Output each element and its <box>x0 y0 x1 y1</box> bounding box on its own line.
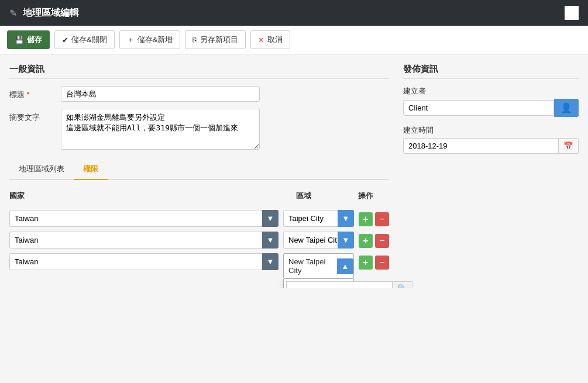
summary-label: 摘要文字 <box>9 109 56 123</box>
tab-geo-list[interactable]: 地理區域列表 <box>9 159 74 180</box>
save-label: 儲存 <box>27 34 42 45</box>
region-select-wrapper-2: New Taipei City ▼ <box>283 232 354 249</box>
save-close-label: 儲存&關閉 <box>71 34 107 45</box>
dropdown-search-bar: 🔍 <box>284 279 353 288</box>
save-new-button[interactable]: ＋ 儲存&新增 <box>119 30 181 49</box>
date-input[interactable] <box>403 138 559 154</box>
tabs-container: 地理區域列表 權限 國家 區域 操作 Taiwan ▼ <box>9 159 389 279</box>
general-info-title: 一般資訊 <box>9 64 389 79</box>
author-search-btn[interactable]: 👤 <box>554 99 579 117</box>
author-label: 建立者 <box>403 86 579 96</box>
tabs: 地理區域列表 權限 <box>9 159 389 180</box>
date-input-wrapper: 📅 <box>403 138 579 154</box>
remove-row-btn-3[interactable]: − <box>375 256 389 270</box>
remove-row-btn-1[interactable]: − <box>375 212 389 226</box>
author-input[interactable] <box>403 100 554 116</box>
title-input[interactable] <box>61 86 260 102</box>
save-copy-label: 另存新項目 <box>200 34 238 45</box>
edit-icon: ✎ <box>9 8 17 19</box>
calendar-btn[interactable]: 📅 <box>559 138 579 154</box>
toolbar: 💾 儲存 ✔ 儲存&關閉 ＋ 儲存&新增 ⎘ 另存新項目 ✕ 取消 <box>0 26 588 54</box>
remove-row-btn-2[interactable]: − <box>375 234 389 248</box>
header-region: 區域 <box>296 191 342 201</box>
table-row: Taiwan ▼ Taipei City ▼ + − <box>9 210 389 227</box>
copy-icon: ⎘ <box>192 36 197 44</box>
publish-info-title: 發佈資訊 <box>403 64 579 79</box>
region-select-1[interactable]: Taipei City <box>283 210 354 227</box>
content-area: 一般資訊 標題 摘要文字 如果澎湖金馬離島要另外設定 這邊區域就不能用All，要… <box>0 54 588 288</box>
check-icon: ✔ <box>62 36 68 44</box>
plus-icon: ＋ <box>127 34 135 45</box>
save-new-label: 儲存&新增 <box>137 34 173 45</box>
cancel-icon: ✕ <box>258 36 264 44</box>
summary-row: 摘要文字 如果澎湖金馬離島要另外設定 這邊區域就不能用All，要319縣市一個一… <box>9 109 389 150</box>
region-dropdown-container-3: New Taipei City ▲ 🔍 All Taipei City <box>283 253 354 279</box>
region-up-arrow: ▲ <box>337 258 353 274</box>
summary-input[interactable]: 如果澎湖金馬離島要另外設定 這邊區域就不能用All，要319縣市一個一個加進來 <box>61 109 260 150</box>
action-btns-3: + − <box>359 256 389 270</box>
region-select-wrapper-1: Taipei City ▼ <box>283 210 354 227</box>
table-header: 國家 區域 操作 <box>9 187 389 205</box>
tab-permissions[interactable]: 權限 <box>74 159 108 180</box>
action-btns-1: + − <box>359 212 389 226</box>
save-copy-button[interactable]: ⎘ 另存新項目 <box>185 30 246 49</box>
dropdown-selected-value: New Taipei City <box>284 254 337 278</box>
add-row-btn-3[interactable]: + <box>359 256 373 270</box>
add-row-btn-2[interactable]: + <box>359 234 373 248</box>
country-select-3[interactable]: Taiwan <box>9 253 278 270</box>
region-select-2[interactable]: New Taipei City <box>283 232 354 249</box>
country-select-1[interactable]: Taiwan <box>9 210 278 227</box>
save-icon: 💾 <box>15 36 24 44</box>
cancel-button[interactable]: ✕ 取消 <box>250 30 290 49</box>
table-row: Taiwan ▼ New Taipei City ▲ <box>9 253 389 279</box>
side-section: 發佈資訊 建立者 👤 建立時間 📅 <box>403 64 579 279</box>
header-action: 操作 <box>342 191 389 201</box>
author-row: 建立者 👤 <box>403 86 579 117</box>
geo-table: 國家 區域 操作 Taiwan ▼ Taipei City <box>9 187 389 279</box>
header: ✎ 地理區域編輯 <box>0 0 588 26</box>
title-label: 標題 <box>9 86 56 100</box>
created-row: 建立時間 📅 <box>403 125 579 154</box>
page-title: 地理區域編輯 <box>23 7 79 19</box>
add-row-btn-1[interactable]: + <box>359 212 373 226</box>
country-select-wrapper-2: Taiwan ▼ <box>9 232 278 249</box>
logo <box>565 6 579 20</box>
action-btns-2: + − <box>359 234 389 248</box>
main-section: 一般資訊 標題 摘要文字 如果澎湖金馬離島要另外設定 這邊區域就不能用All，要… <box>9 64 389 279</box>
header-country: 國家 <box>9 191 296 201</box>
table-row: Taiwan ▼ New Taipei City ▼ + − <box>9 232 389 249</box>
save-close-button[interactable]: ✔ 儲存&關閉 <box>54 30 115 49</box>
country-select-wrapper-3: Taiwan ▼ <box>9 253 278 270</box>
save-button[interactable]: 💾 儲存 <box>7 30 50 49</box>
country-select-2[interactable]: Taiwan <box>9 232 278 249</box>
region-dropdown-trigger-3[interactable]: New Taipei City ▲ <box>283 253 354 279</box>
cancel-label: 取消 <box>267 34 283 45</box>
dropdown-panel-3: 🔍 All Taipei City Keelung City New Taipe… <box>283 279 354 288</box>
country-select-wrapper-1: Taiwan ▼ <box>9 210 278 227</box>
dropdown-search-button[interactable]: 🔍 <box>393 281 412 288</box>
title-row: 標題 <box>9 86 389 102</box>
author-input-wrapper: 👤 <box>403 99 579 117</box>
created-label: 建立時間 <box>403 125 579 136</box>
dropdown-search-input[interactable] <box>286 281 393 288</box>
